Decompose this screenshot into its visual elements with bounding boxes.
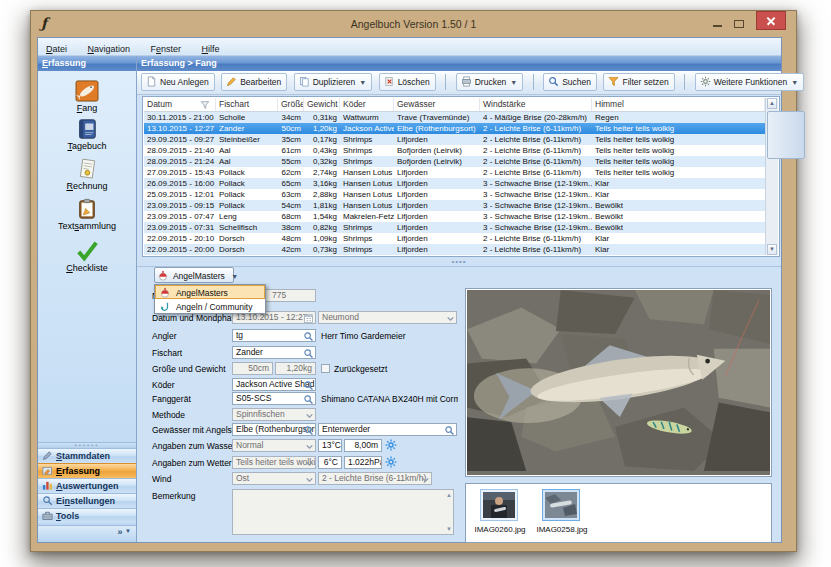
scroll-up-icon[interactable]: ▲ [767,98,777,109]
maximize-button[interactable] [734,20,744,28]
wetter-select[interactable]: Teils heiter teils wolkig [232,456,316,469]
table-row[interactable]: 30.11.2015 - 21:00 Scholle 34cm 0,31kg W… [144,112,765,123]
table-row[interactable]: 13.10.2015 - 12:27 Zander 50cm 1,20kg Ja… [144,123,765,134]
table-row[interactable]: 28.09.2015 - 21:40 Aal 61cm 0,43kg Shrim… [144,145,765,156]
magnifier-icon[interactable] [303,348,314,359]
angelstelle-field[interactable]: Entenwerder [318,423,457,436]
windrichtung-select[interactable]: Ost [232,472,316,485]
menu-item-angelmasters[interactable]: AngelMasters [155,285,265,299]
wasser-select[interactable]: Normal [232,439,316,452]
table-row[interactable]: 23.09.2015 - 07:47 Leng 68cm 1,54kg Makr… [144,211,765,222]
nav-tools[interactable]: Tools [38,508,136,523]
weather-settings-gear-icon[interactable] [385,456,397,468]
sidebar-item-fang[interactable]: Fang [38,80,136,113]
table-header[interactable]: Datum Fischart Größe Gewicht Köder Gewäs… [144,98,765,112]
title-bar[interactable]: ƒ Angelbuch Version 1.50 / 1 [31,11,796,37]
chevron-down-icon[interactable] [305,458,314,469]
source-switch-button[interactable]: AngelMasters ▼ [154,267,234,283]
column-header-gewaesser[interactable]: Gewässer [394,98,480,111]
nav-einstellungen[interactable]: Einstellungen [38,493,136,508]
column-header-fischart[interactable]: Fischart [216,98,278,111]
table-row[interactable]: 25.09.2015 - 12:01 Pollack 63cm 2,88kg H… [144,189,765,200]
calendar-icon[interactable] [303,313,314,324]
sidebar-footer[interactable]: » ▼ [38,525,136,542]
table-row[interactable]: 27.09.2015 - 15:43 Pollack 62cm 2,74kg H… [144,167,765,178]
menu-hilfe[interactable]: Hilfe [194,41,228,54]
groesse-field[interactable]: 50cm [232,362,273,375]
table-row[interactable]: 23.09.2015 - 07:31 Schellfisch 38cm 0,82… [144,222,765,233]
magnifier-icon[interactable] [303,380,314,391]
table-scrollbar[interactable]: ▲ ▼ [765,98,778,255]
column-header-groesse[interactable]: Größe [278,98,304,111]
new-button[interactable]: Neu Anlegen [141,73,215,91]
scroll-down-icon[interactable]: ▼ [446,526,452,532]
chevron-down-icon[interactable] [421,474,430,485]
horizontal-splitter[interactable]: •••• [137,259,781,266]
column-header-himmel[interactable]: Himmel [592,98,765,111]
koeder-field[interactable]: Jackson Active Shad - [232,378,316,391]
zurueckgesetzt-checkbox[interactable] [321,364,330,373]
table-row[interactable]: 26.09.2015 - 16:00 Pollack 65cm 3,16kg H… [144,178,765,189]
thumbnail-imag0258[interactable] [542,489,580,521]
scrollbar-thumb[interactable] [767,111,805,159]
menu-datei[interactable]: Datei [38,41,75,54]
lufttemp-field[interactable]: 6°C [318,456,342,469]
thumbnail-imag0260[interactable] [480,489,518,521]
magnifier-icon[interactable] [444,425,455,436]
duplicate-button[interactable]: Duplizieren▼ [294,73,372,91]
delete-button[interactable]: Löschen [379,73,436,91]
fischart-field[interactable]: Zander [232,346,316,359]
chevron-down-icon[interactable] [305,474,314,485]
sidebar-item-rechnung[interactable]: Rechnung [38,158,136,191]
sort-funnel-icon[interactable] [200,100,210,110]
wassertiefe-field[interactable]: 8,00m [344,439,382,452]
column-header-windstaerke[interactable]: Windstärke [480,98,592,111]
mondphase-select[interactable]: Neumond [318,311,457,324]
dropdown-arrow-icon: ▼ [231,273,238,280]
methode-select[interactable]: Spinnfischen [232,408,316,421]
minimize-button[interactable] [713,25,722,27]
nav-stammdaten[interactable]: Stammdaten [38,448,136,463]
table-row[interactable]: 22.09.2015 - 20:00 Dorsch 42cm 0,73kg Sh… [144,244,765,255]
chevron-down-icon[interactable] [446,313,455,324]
catch-photo[interactable] [465,288,772,477]
magnifier-icon[interactable] [303,425,314,436]
nav-erfassung[interactable]: Erfassung [38,463,136,478]
fanggeraet-field[interactable]: S05-SCS [232,392,316,405]
filter-button[interactable]: Filter setzen [603,73,674,91]
chevrons-right-icon[interactable]: » [118,527,123,537]
wassertemp-field[interactable]: 13°C [318,439,342,452]
column-header-koeder[interactable]: Köder [340,98,394,111]
scroll-down-icon[interactable]: ▼ [767,244,777,255]
more-functions-button[interactable]: Weitere Funktionen▼ [695,73,805,91]
menu-fenster[interactable]: Fenster [143,41,190,54]
luftdruck-field[interactable]: 1.022hPa [344,456,382,469]
search-button[interactable]: Suchen [543,73,597,91]
nav-auswertungen[interactable]: Auswertungen [38,478,136,493]
gewicht-field[interactable]: 1,20kg [275,362,316,375]
column-header-gewicht[interactable]: Gewicht [304,98,340,111]
windstaerke-select[interactable]: 2 - Leichte Brise (6-11km/h) [318,472,432,485]
close-button[interactable] [756,11,786,30]
table-row[interactable]: 29.09.2015 - 09:27 Steinbeißer 35cm 0,17… [144,134,765,145]
table-row[interactable]: 28.09.2015 - 21:24 Aal 55cm 0,32kg Shrim… [144,156,765,167]
sidebar-item-checkliste[interactable]: Checkliste [38,240,136,273]
menu-navigation[interactable]: Navigation [80,41,139,54]
menu-item-angeln-community[interactable]: Angeln / Community [155,299,265,313]
magnifier-icon[interactable] [303,331,314,342]
print-button[interactable]: Drucken▼ [456,73,524,91]
table-row[interactable]: 23.09.2015 - 09:15 Pollack 54cm 1,81kg H… [144,200,765,211]
scroll-up-icon[interactable]: ▲ [446,492,452,498]
chevron-down-icon[interactable]: ▼ [125,528,131,534]
sidebar-item-tagebuch[interactable]: Tagebuch [38,118,136,151]
magnifier-icon[interactable] [303,394,314,405]
chevron-down-icon[interactable] [305,441,314,452]
edit-button[interactable]: Bearbeiten [221,73,287,91]
water-settings-gear-icon[interactable] [385,439,397,451]
bemerkung-textarea[interactable]: ▲ ▼ [232,489,454,535]
sidebar-item-textsammlung[interactable]: Textsammlung [38,198,136,231]
chevron-down-icon[interactable] [305,410,314,421]
angler-field[interactable]: tg [232,329,316,342]
table-row[interactable]: 22.09.2015 - 20:10 Dorsch 48cm 1,09kg Sh… [144,233,765,244]
gewaesser-field[interactable]: Elbe (Rothenburgsort) [232,423,316,436]
